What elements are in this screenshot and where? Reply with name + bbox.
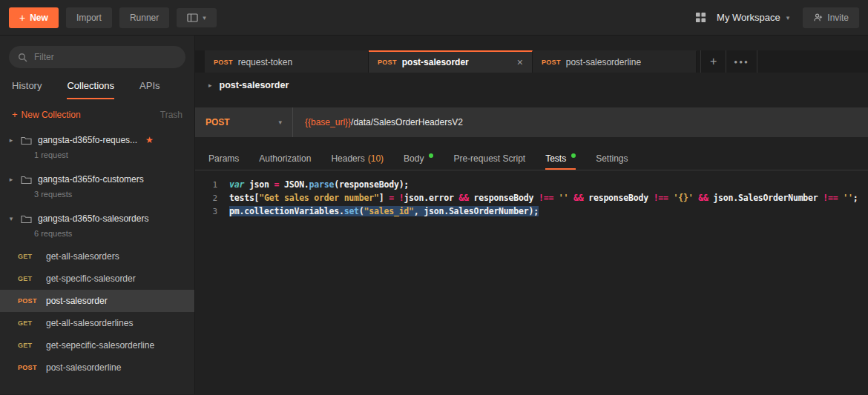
request-item[interactable]: GET get-specific-salesorder <box>0 268 194 290</box>
invite-person-icon <box>813 13 823 22</box>
breadcrumb: ▸ post-salesorder <box>195 73 868 98</box>
request-item[interactable]: GET get-sepecific-salesorderline <box>0 334 194 356</box>
code-editor[interactable]: 1var json = JSON.parse(responseBody);2te… <box>195 170 868 394</box>
request-name: get-all-salesorders <box>46 251 119 262</box>
chevron-right-icon[interactable]: ▸ <box>7 176 15 183</box>
request-name: post-salesorder <box>46 296 108 306</box>
method-badge: POST <box>18 364 40 371</box>
invite-button[interactable]: Invite <box>803 7 859 28</box>
code-text[interactable]: tests["Get sales order number"] = !json.… <box>229 193 858 203</box>
request-name: post-salesorderline <box>46 362 121 373</box>
method-badge: GET <box>18 275 40 282</box>
url-path: /data/SalesOrderHeadersV2 <box>351 117 463 127</box>
method-badge: POST <box>18 297 40 305</box>
star-icon[interactable]: ★ <box>145 135 154 145</box>
plus-icon: + <box>12 109 18 120</box>
request-section-tabs: Params Authorization Headers (10) Body P… <box>195 147 868 170</box>
code-line[interactable]: 3pm.collectionVariables.set("sales_id", … <box>195 205 868 218</box>
tab-label: request-token <box>238 57 292 67</box>
collection-name: gangsta-d365fo-reques... <box>38 135 137 145</box>
line-number: 1 <box>195 180 229 190</box>
request-tab[interactable]: POST post-salesorderline <box>533 50 697 73</box>
url-input[interactable]: {{base_url}}/data/SalesOrderHeadersV2 <box>293 117 475 127</box>
request-item-selected[interactable]: POST post-salesorder <box>0 290 194 312</box>
tab-authorization[interactable]: Authorization <box>259 147 311 170</box>
topbar-right: My Workspace ▾ Invite <box>695 7 859 28</box>
tab-body[interactable]: Body <box>404 147 433 170</box>
tab-history[interactable]: History <box>12 80 42 99</box>
workspace-selector[interactable]: My Workspace ▾ <box>717 12 789 23</box>
window-icon <box>187 13 198 22</box>
collection-name: gangsta-d365fo-salesorders <box>38 213 148 224</box>
collection-item[interactable]: ▸ gangsta-d365fo-reques... ★ 1 request <box>0 127 194 167</box>
method-badge: POST <box>214 59 233 66</box>
code-text[interactable]: var json = JSON.parse(responseBody); <box>229 179 409 190</box>
request-tab-active[interactable]: POST post-salesorder × <box>369 50 533 73</box>
collection-meta: 1 request <box>34 150 194 159</box>
chevron-down-icon: ▾ <box>203 14 206 21</box>
folder-icon <box>21 136 32 145</box>
sidebar-tabs: History Collections APIs <box>0 74 194 99</box>
collection-name: gangsta-d365fo-customers <box>38 174 144 185</box>
method-value: POST <box>206 117 230 127</box>
tab-collections[interactable]: Collections <box>67 80 114 99</box>
new-collection-button[interactable]: + New Collection <box>12 109 81 120</box>
folder-icon <box>21 175 32 185</box>
code-lines: 1var json = JSON.parse(responseBody);2te… <box>195 178 868 218</box>
method-dropdown[interactable]: POST ▾ <box>195 107 293 137</box>
line-number: 3 <box>195 207 229 216</box>
request-item[interactable]: GET get-all-salesorderlines <box>0 312 194 334</box>
tab-params[interactable]: Params <box>208 147 239 170</box>
tab-label: post-salesorder <box>402 57 469 67</box>
invite-label: Invite <box>827 13 849 23</box>
tab-pre-request-script[interactable]: Pre-request Script <box>453 147 525 170</box>
tab-settings[interactable]: Settings <box>596 147 628 170</box>
method-badge: GET <box>18 253 40 260</box>
folder-icon <box>21 214 32 224</box>
request-item[interactable]: GET get-all-salesorders <box>0 245 194 268</box>
new-tab-button[interactable]: + <box>701 50 726 73</box>
request-item[interactable]: POST post-salesorderline <box>0 356 194 379</box>
open-new-window-button[interactable]: ▾ <box>177 8 217 27</box>
tab-tests-label: Tests <box>545 153 566 164</box>
chevron-right-icon[interactable]: ▸ <box>7 136 15 144</box>
collection-list: ▸ gangsta-d365fo-reques... ★ 1 request ▸… <box>0 127 194 379</box>
tab-body-label: Body <box>404 153 424 164</box>
chevron-right-icon[interactable]: ▸ <box>208 82 212 89</box>
tab-options-button[interactable]: ●●● <box>726 50 757 73</box>
new-button[interactable]: + New <box>9 7 59 28</box>
tab-headers-label: Headers <box>331 153 364 164</box>
new-button-label: New <box>30 13 48 23</box>
code-line[interactable]: 2tests["Get sales order number"] = !json… <box>195 191 868 205</box>
chevron-down-icon[interactable]: ▾ <box>7 215 15 222</box>
chevron-down-icon: ▾ <box>786 14 790 21</box>
new-collection-label: New Collection <box>22 110 81 120</box>
collection-meta: 6 requests <box>34 229 194 238</box>
filter-input[interactable]: Filter <box>9 46 185 68</box>
request-title: post-salesorder <box>220 80 289 90</box>
tab-headers[interactable]: Headers (10) <box>331 147 384 170</box>
workspace-grid-icon[interactable] <box>695 12 706 23</box>
request-name: get-specific-salesorder <box>46 273 136 284</box>
filter-placeholder: Filter <box>34 52 54 62</box>
collection-item[interactable]: ▸ gangsta-d365fo-customers 3 requests <box>0 167 194 206</box>
code-line[interactable]: 1var json = JSON.parse(responseBody); <box>195 178 868 191</box>
runner-button[interactable]: Runner <box>119 7 169 28</box>
collection-item[interactable]: ▾ gangsta-d365fo-salesorders 6 requests <box>0 206 194 245</box>
tab-label: post-salesorderline <box>566 57 641 67</box>
close-tab-icon[interactable]: × <box>511 56 523 68</box>
request-name: get-sepecific-salesorderline <box>46 340 154 351</box>
tab-tests[interactable]: Tests <box>545 147 576 170</box>
url-bar: POST ▾ {{base_url}}/data/SalesOrderHeade… <box>195 107 868 137</box>
import-button[interactable]: Import <box>66 7 112 28</box>
line-number: 2 <box>195 193 229 203</box>
plus-icon: + <box>19 14 25 21</box>
code-text[interactable]: pm.collectionVariables.set("sales_id", j… <box>229 206 539 216</box>
collection-meta: 3 requests <box>34 190 194 199</box>
search-icon <box>18 53 27 62</box>
tab-apis[interactable]: APIs <box>139 80 160 99</box>
trash-button[interactable]: Trash <box>160 110 183 120</box>
request-tab[interactable]: POST request-token <box>205 50 369 73</box>
request-name: get-all-salesorderlines <box>46 318 133 328</box>
method-badge: POST <box>542 59 561 66</box>
